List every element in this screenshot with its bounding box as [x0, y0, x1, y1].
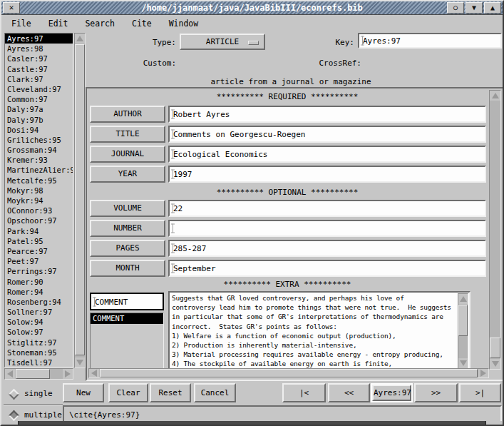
- scrollbar-trough[interactable]: [15, 369, 63, 379]
- reference-list-item[interactable]: Stoneman:95: [5, 348, 73, 357]
- extra-field-list-item[interactable]: COMMENT: [91, 313, 163, 324]
- scrollbar-trough[interactable]: [75, 44, 85, 357]
- single-mode-radio[interactable]: [9, 389, 20, 400]
- journal-field[interactable]: Ecological Economics: [168, 146, 486, 163]
- menu-window[interactable]: Window: [169, 19, 199, 29]
- month-field[interactable]: September: [168, 260, 486, 277]
- key-field[interactable]: Ayres:97: [358, 33, 502, 49]
- multiple-mode-radio[interactable]: [9, 410, 20, 422]
- reference-list-item[interactable]: Romer:94: [5, 287, 73, 297]
- reference-list-item[interactable]: Common:97: [5, 94, 73, 104]
- reference-list-item[interactable]: Mokyr:98: [5, 186, 73, 196]
- shade-down-icon[interactable]: ▼: [466, 2, 483, 14]
- scroll-up-icon[interactable]: [75, 34, 85, 44]
- menu-cite[interactable]: Cite: [132, 19, 152, 29]
- reference-list-item[interactable]: Dosi:94: [5, 125, 73, 135]
- reference-list-item[interactable]: Pearce:97: [5, 246, 73, 256]
- shade-up-icon[interactable]: ▲: [484, 2, 501, 14]
- author-field[interactable]: Robert Ayres: [168, 106, 486, 123]
- scroll-down-icon[interactable]: [458, 358, 468, 368]
- new-button[interactable]: New: [63, 383, 104, 402]
- reference-list-item[interactable]: OConnor:93: [5, 206, 73, 215]
- reference-list-item[interactable]: MartinezAlier:97: [5, 165, 73, 175]
- scrollbar-thumb[interactable]: [100, 369, 478, 377]
- scroll-left-icon[interactable]: [89, 369, 99, 377]
- reference-list-item[interactable]: Cleveland:97: [5, 84, 73, 94]
- scroll-up-icon[interactable]: [490, 91, 500, 101]
- volume-field-label[interactable]: VOLUME: [90, 200, 165, 217]
- reference-list-item[interactable]: Solow:97: [5, 327, 73, 337]
- reference-list-item[interactable]: Stiglitz:97: [5, 338, 73, 348]
- scroll-left-icon[interactable]: [5, 369, 15, 379]
- reference-list-item[interactable]: Daly:97b: [5, 115, 73, 125]
- year-field-label[interactable]: YEAR: [90, 166, 165, 183]
- pages-field[interactable]: 285-287: [168, 240, 486, 257]
- scrollbar-thumb[interactable]: [75, 44, 85, 355]
- reference-list-item[interactable]: Peet:97: [5, 256, 73, 266]
- extra-field-list[interactable]: COMMENT: [90, 313, 164, 371]
- reference-list-item[interactable]: Perrings:97: [5, 266, 73, 276]
- scroll-down-icon[interactable]: [490, 359, 500, 369]
- reference-list-item[interactable]: Sollner:97: [5, 307, 73, 317]
- reference-list-item[interactable]: Moykr:94: [5, 196, 73, 206]
- scrollbar-trough[interactable]: [458, 304, 468, 358]
- scrollbar-thumb[interactable]: [458, 305, 468, 336]
- journal-field-label[interactable]: JOURNAL: [90, 146, 165, 163]
- window-menu-icon[interactable]: ○: [447, 2, 464, 14]
- number-field-label[interactable]: NUMBER: [90, 220, 165, 237]
- reference-list-item[interactable]: Patel:95: [5, 236, 73, 246]
- reference-list-item[interactable]: Castle:97: [5, 64, 73, 74]
- number-field[interactable]: [168, 220, 486, 237]
- scrollbar-thumb[interactable]: [16, 369, 50, 379]
- title-bar[interactable]: ✕ /home/jjanmaat/java/JavaBibIII/econref…: [1, 1, 503, 15]
- type-dropdown[interactable]: ARTICLE: [180, 34, 265, 50]
- reference-list-item[interactable]: Daly:97a: [5, 104, 73, 114]
- nav-first-button[interactable]: |<: [282, 383, 326, 402]
- title-field-label[interactable]: TITLE: [90, 126, 165, 143]
- cancel-button[interactable]: Cancel: [194, 383, 236, 402]
- nav-next-button[interactable]: >>: [414, 383, 458, 402]
- scrollbar-thumb[interactable]: [490, 338, 500, 358]
- volume-field[interactable]: 22: [168, 200, 486, 217]
- menu-edit[interactable]: Edit: [48, 19, 68, 29]
- reference-list-item[interactable]: Ayres:98: [5, 44, 73, 54]
- reference-list-item[interactable]: Metcalfe:95: [5, 176, 73, 186]
- resize-corner[interactable]: [485, 421, 503, 425]
- nav-current-entry-button[interactable]: Ayres:97: [371, 383, 413, 402]
- scroll-right-icon[interactable]: [478, 369, 488, 377]
- reference-list-item[interactable]: Kremer:93: [5, 155, 73, 165]
- month-field-label[interactable]: MONTH: [90, 260, 165, 277]
- comment-vertical-scrollbar[interactable]: [458, 293, 468, 369]
- scroll-right-icon[interactable]: [63, 369, 73, 379]
- nav-last-button[interactable]: >|: [459, 383, 501, 402]
- reference-list-item[interactable]: Clark:97: [5, 74, 73, 84]
- reference-list-item[interactable]: Griliches:95: [5, 135, 73, 145]
- author-field-label[interactable]: AUTHOR: [90, 106, 165, 123]
- reference-list-item[interactable]: Opschoor:97: [5, 215, 73, 225]
- reference-list-horizontal-scrollbar[interactable]: [4, 368, 73, 380]
- reference-list-item[interactable]: Rosenberg:94: [5, 297, 73, 307]
- year-field[interactable]: 1997: [168, 166, 486, 183]
- comment-textarea[interactable]: Suggests that GR loved controversy, and …: [168, 291, 470, 371]
- scrollbar-trough[interactable]: [99, 369, 478, 377]
- resize-corner[interactable]: [1, 421, 19, 425]
- single-mode-label[interactable]: single: [24, 389, 53, 398]
- scroll-down-icon[interactable]: [75, 357, 85, 367]
- form-vertical-scrollbar[interactable]: [489, 90, 501, 370]
- reference-list-item[interactable]: Ayres:97: [5, 34, 73, 44]
- scrollbar-trough[interactable]: [490, 101, 500, 359]
- extra-field-name-input[interactable]: COMMENT: [90, 293, 164, 310]
- multiple-mode-label[interactable]: multiple: [24, 410, 62, 420]
- reference-list-item[interactable]: Tisdell:97: [5, 357, 73, 367]
- pages-field-label[interactable]: PAGES: [90, 240, 165, 257]
- title-field[interactable]: Comments on Georgescu-Roegen: [168, 126, 486, 143]
- reset-button[interactable]: Reset: [150, 383, 191, 402]
- reference-list-item[interactable]: Romer:90: [5, 277, 73, 287]
- form-horizontal-scrollbar[interactable]: [88, 368, 489, 378]
- reference-list[interactable]: Ayres:97Ayres:98Casler:97Castle:97Clark:…: [4, 33, 73, 367]
- menu-file[interactable]: File: [11, 19, 31, 29]
- reference-list-item[interactable]: Park:94: [5, 226, 73, 236]
- reference-list-item[interactable]: Grossman:94: [5, 145, 73, 155]
- scroll-up-icon[interactable]: [458, 294, 468, 304]
- reference-list-vertical-scrollbar[interactable]: [74, 33, 86, 368]
